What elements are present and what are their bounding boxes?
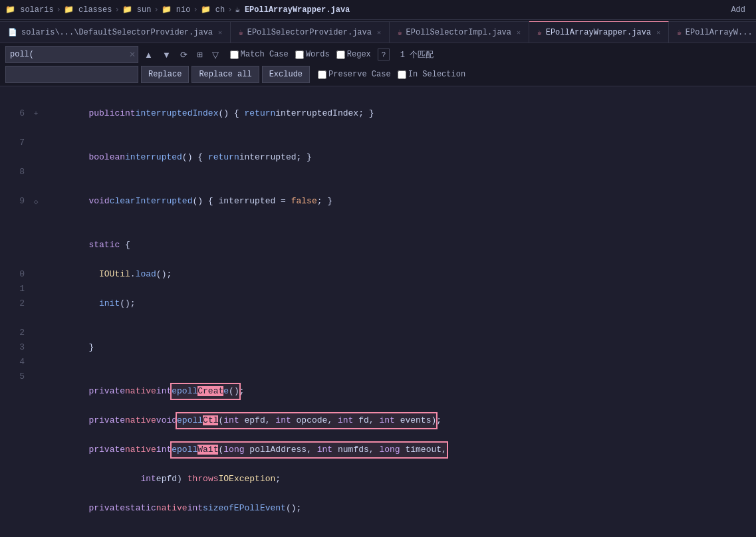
tab-defaultselectorprovider[interactable]: 📄 solaris\...\DefaultSelectorProvider.ja… (0, 21, 231, 43)
tab-label-2: EPollSelectorProvider.java (247, 28, 372, 37)
tab-close-icon[interactable]: ✕ (218, 29, 222, 37)
match-case-label: Match Case (241, 50, 289, 59)
code-line (47, 223, 756, 238)
code-line: IOUtil.load(); (47, 267, 756, 296)
match-count: 1 个匹配 (400, 49, 434, 60)
code-line (47, 370, 756, 384)
fold-column: + ◇ (30, 86, 42, 534)
fold-icon-2[interactable]: ◇ (30, 194, 42, 209)
regex-option[interactable]: Regex (336, 50, 371, 59)
breadcrumb-item-classes[interactable]: 📁 classes (64, 5, 112, 15)
code-line: init(); (47, 296, 756, 326)
replace-button[interactable]: Replace (141, 66, 189, 83)
breadcrumb-item-nio[interactable]: 📁 nio (162, 5, 191, 15)
in-selection-option[interactable]: In Selection (398, 70, 465, 79)
refresh-button[interactable]: ⟳ (177, 46, 191, 63)
code-line: private native int epollWait(long pollAd… (47, 443, 756, 472)
tab-label-4: EPollArrayWrapper.java (546, 28, 651, 37)
code-line (47, 179, 756, 194)
toggle-filter-button[interactable]: ▽ (209, 46, 222, 63)
code-line: int epfd) throws IOException; (47, 472, 756, 501)
code-line: private static native int offsetofData()… (47, 530, 756, 534)
replace-options: Preserve Case In Selection (318, 70, 465, 79)
tab-label-3: EPollSelectorImpl.java (406, 28, 511, 37)
java-icon-4: ☕ (537, 28, 542, 37)
tab-close-icon-4[interactable]: ✕ (656, 29, 660, 37)
code-area[interactable]: public int interruptedIndex() { return i… (42, 86, 756, 534)
exclude-button[interactable]: Exclude (262, 66, 310, 83)
words-option[interactable]: Words (295, 50, 330, 59)
tab-epollarrayw-trunc[interactable]: ☕ EPollArrayW... (669, 21, 756, 43)
tab-close-icon-2[interactable]: ✕ (377, 29, 381, 37)
breadcrumb-item-ch[interactable]: 📁 ch (201, 5, 225, 15)
java-icon: 📄 (8, 28, 17, 37)
preserve-case-checkbox[interactable] (318, 70, 326, 79)
regex-checkbox[interactable] (336, 51, 345, 59)
replace-input[interactable] (5, 66, 138, 83)
regex-help-button[interactable]: ? (378, 49, 390, 60)
code-line: private static native int sizeofEPollEve… (47, 501, 756, 530)
match-case-option[interactable]: Match Case (230, 50, 289, 59)
code-line: } (47, 326, 756, 370)
match-options: Match Case Words Regex ? 1 个匹配 (230, 49, 434, 60)
code-line: void clearInterrupted() { interrupted = … (47, 194, 756, 223)
in-selection-checkbox[interactable] (398, 70, 406, 79)
tab-epollarraywrapper[interactable]: ☕ EPollArrayWrapper.java ✕ (529, 21, 669, 43)
search-clear-button[interactable]: ✕ (129, 50, 136, 59)
words-checkbox[interactable] (295, 51, 304, 59)
line-numbers: 6 7 8 9 0 1 2 2 3 4 5 (0, 86, 30, 534)
search-input[interactable] (5, 46, 138, 63)
breadcrumb-add-btn[interactable]: Add (725, 5, 751, 15)
code-line: private native void epollCtl(int epfd, i… (47, 413, 756, 443)
fold-icon-1[interactable]: + (30, 106, 42, 121)
breadcrumb-bar: 📁 solaris › 📁 classes › 📁 sun › 📁 nio › … (0, 0, 756, 20)
java-icon-2: ☕ (239, 28, 243, 37)
breadcrumb-item-sun[interactable]: 📁 sun (122, 5, 152, 15)
replace-all-button[interactable]: Replace all (191, 66, 259, 83)
tab-epollselectorimpl[interactable]: ☕ EPollSelectorImpl.java ✕ (390, 21, 529, 43)
tab-label-5: EPollArrayW... (686, 28, 753, 37)
search-row: ✕ ▲ ▼ ⟳ ⊞ ▽ Match Case Words Regex ? 1 个… (5, 46, 751, 63)
breadcrumb-file[interactable]: ☕ EPollArrayWrapper.java (235, 5, 350, 15)
preserve-case-option[interactable]: Preserve Case (318, 70, 391, 79)
code-line (47, 136, 756, 150)
tab-close-icon-3[interactable]: ✕ (517, 29, 521, 37)
code-line (47, 92, 756, 106)
regex-label: Regex (347, 50, 371, 59)
preserve-case-label: Preserve Case (328, 70, 391, 79)
code-line: static { (47, 238, 756, 267)
tab-bar: 📄 solaris\...\DefaultSelectorProvider.ja… (0, 20, 756, 43)
breadcrumb-item-solaris[interactable]: 📁 solaris (5, 5, 54, 15)
words-label: Words (306, 50, 330, 59)
search-input-wrap: ✕ (5, 46, 138, 63)
prev-match-button[interactable]: ▲ (141, 46, 156, 63)
search-toolbar: ✕ ▲ ▼ ⟳ ⊞ ▽ Match Case Words Regex ? 1 个… (0, 43, 756, 86)
code-line: public int interruptedIndex() { return i… (47, 106, 756, 136)
tab-epollselectorprovider[interactable]: ☕ EPollSelectorProvider.java ✕ (231, 21, 390, 43)
editor-container: 6 7 8 9 0 1 2 2 3 4 5 + ◇ (0, 86, 756, 534)
replace-row: Replace Replace all Exclude Preserve Cas… (5, 66, 751, 83)
java-icon-5: ☕ (677, 28, 682, 37)
tab-label: solaris\...\DefaultSelectorProvider.java (21, 28, 213, 37)
next-match-button[interactable]: ▼ (159, 46, 174, 63)
code-line: private native int epollCreate(); (47, 384, 756, 413)
in-selection-label: In Selection (408, 70, 465, 79)
code-line: boolean interrupted() { return interrupt… (47, 150, 756, 179)
java-icon-3: ☕ (398, 28, 402, 37)
match-case-checkbox[interactable] (230, 51, 239, 59)
filter-button[interactable]: ⊞ (193, 46, 206, 63)
